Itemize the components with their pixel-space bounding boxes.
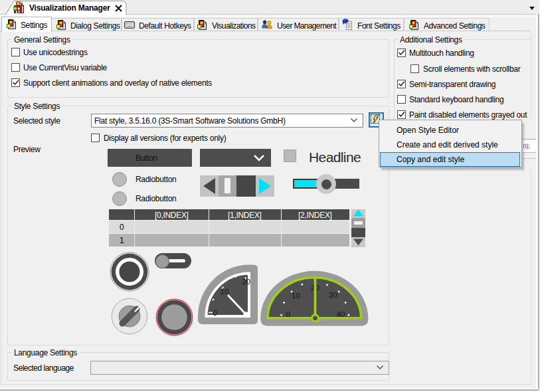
svg-text:30: 30 [329,291,337,299]
svg-text:40: 40 [337,310,345,318]
svg-text:0: 0 [286,310,290,318]
svg-text:10: 10 [221,288,229,296]
svg-text:0: 0 [213,309,217,317]
svg-text:10: 10 [292,292,300,300]
svg-text:20: 20 [242,278,250,286]
